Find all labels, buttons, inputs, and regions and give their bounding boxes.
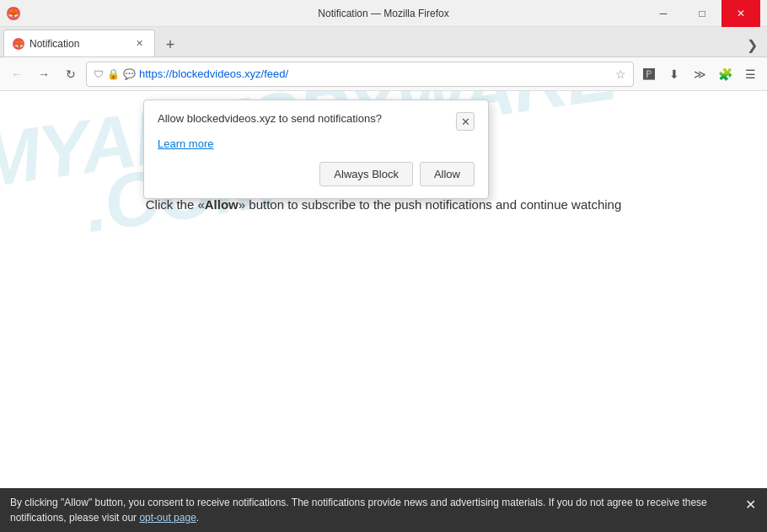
close-button[interactable]: ✕ — [721, 0, 760, 27]
tab-close-button[interactable]: ✕ — [132, 37, 146, 51]
navbar: ← → ↻ 🛡 🔒 💬 https://blockedvideos.xyz/fe… — [0, 57, 767, 91]
popup-title: Allow blockedvideos.xyz to send notifica… — [158, 112, 456, 125]
always-block-button[interactable]: Always Block — [319, 162, 413, 186]
url-text: https://blockedvideos.xyz/feed/ — [139, 67, 609, 80]
forward-button[interactable]: → — [32, 62, 56, 86]
chat-icon: 💬 — [123, 68, 136, 80]
reload-button[interactable]: ↻ — [59, 62, 83, 86]
titlebar-title: Notification — Mozilla Firefox — [318, 8, 448, 19]
footer-close-button[interactable]: ✕ — [742, 497, 759, 513]
bookmark-star-icon[interactable]: ☆ — [615, 67, 626, 81]
tab-title: Notification — [30, 38, 127, 50]
back-button[interactable]: ← — [5, 62, 29, 86]
firefox-logo-icon: 🦊 — [7, 7, 20, 20]
allow-button[interactable]: Allow — [420, 162, 475, 186]
popup-close-button[interactable]: ✕ — [456, 112, 475, 131]
pocket-button[interactable]: 🅿 — [637, 62, 661, 86]
titlebar: 🦊 Notification — Mozilla Firefox ─ □ ✕ — [0, 0, 767, 27]
shield-icon: 🛡 — [94, 68, 104, 80]
instruction-allow-highlight: Allow — [205, 197, 239, 212]
footer-text: By clicking "Allow" button, you consent … — [10, 495, 737, 525]
footer-main-text: By clicking "Allow" button, you consent … — [10, 497, 707, 524]
extensions-button[interactable]: 🧩 — [713, 62, 737, 86]
maximize-button[interactable]: □ — [683, 0, 721, 27]
tabbar: 🦊 Notification ✕ + ❯ — [0, 27, 767, 57]
nav-right-icons: 🅿 ⬇ ≫ 🧩 ☰ — [637, 62, 762, 86]
address-bar[interactable]: 🛡 🔒 💬 https://blockedvideos.xyz/feed/ ☆ — [86, 62, 634, 87]
titlebar-controls: ─ □ ✕ — [644, 0, 760, 27]
learn-more-link[interactable]: Learn more — [158, 137, 475, 150]
active-tab[interactable]: 🦊 Notification ✕ — [3, 30, 155, 56]
tab-favicon-icon: 🦊 — [13, 38, 24, 50]
footer-suffix: . — [196, 512, 199, 524]
footer-bar: By clicking "Allow" button, you consent … — [0, 488, 767, 532]
download-button[interactable]: ⬇ — [662, 62, 686, 86]
more-tools-button[interactable]: ≫ — [688, 62, 711, 86]
page-instruction: Click the «Allow» button to subscribe to… — [146, 197, 622, 212]
lock-icon: 🔒 — [107, 68, 120, 80]
menu-button[interactable]: ☰ — [738, 62, 762, 86]
titlebar-left: 🦊 — [7, 7, 20, 20]
opt-out-link[interactable]: opt-out page — [139, 512, 196, 524]
new-tab-button[interactable]: + — [158, 33, 182, 56]
minimize-button[interactable]: ─ — [644, 0, 683, 27]
notification-popup: Allow blockedvideos.xyz to send notifica… — [143, 99, 489, 199]
main-content: MYANTISPYWARE .COM Click the «Allow» but… — [0, 91, 767, 488]
popup-header: Allow blockedvideos.xyz to send notifica… — [158, 112, 475, 131]
popup-buttons: Always Block Allow — [158, 162, 475, 186]
tab-list-button[interactable]: ❯ — [740, 33, 764, 56]
